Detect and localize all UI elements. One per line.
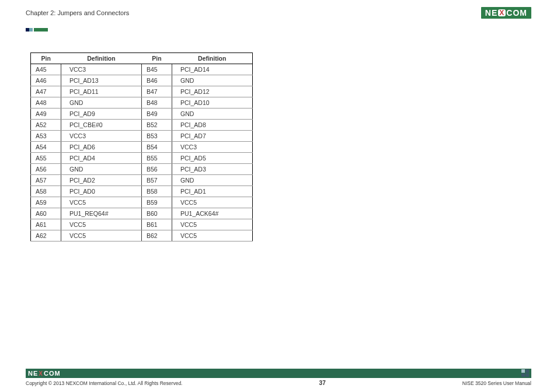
pin-cell: A58 (31, 186, 61, 197)
definition-cell: VCC3 (172, 142, 253, 153)
pin-definition-table: PinDefinitionPinDefinition A45VCC3B45PCI… (30, 52, 253, 242)
definition-cell: PCI_AD7 (172, 131, 253, 142)
definition-cell: VCC5 (61, 219, 142, 230)
definition-cell: PCI_AD12 (172, 86, 253, 97)
pin-cell: B59 (142, 197, 172, 208)
definition-cell: PU1_REQ64# (61, 208, 142, 219)
table-row: A53VCC3B53PCI_AD7 (31, 131, 253, 142)
footer-line: Copyright © 2013 NEXCOM International Co… (26, 380, 531, 386)
pin-cell: B45 (142, 64, 172, 75)
pin-cell: A48 (31, 97, 61, 108)
definition-cell: GND (172, 75, 253, 86)
footer-logo-right: COM (44, 370, 61, 377)
table-row: A57PCI_AD2B57GND (31, 175, 253, 186)
column-header-2: Pin (142, 53, 172, 64)
pin-cell: B52 (142, 120, 172, 131)
logo-part-x: X (498, 9, 506, 16)
pin-cell: A55 (31, 153, 61, 164)
definition-cell: PCI_CBE#0 (61, 120, 142, 131)
pin-cell: A60 (31, 208, 61, 219)
table-row: A55PCI_AD4B55PCI_AD5 (31, 153, 253, 164)
pin-cell: B49 (142, 108, 172, 120)
definition-cell: PU1_ACK64# (172, 208, 253, 219)
pin-cell: A54 (31, 142, 61, 153)
definition-cell: GND (172, 108, 253, 120)
definition-cell: GND (172, 175, 253, 186)
table-row: A56GNDB56PCI_AD3 (31, 164, 253, 175)
definition-cell: PCI_AD14 (172, 64, 253, 75)
page-content: PinDefinitionPinDefinition A45VCC3B45PCI… (30, 52, 527, 357)
definition-cell: GND (61, 164, 142, 175)
pin-cell: B57 (142, 175, 172, 186)
column-header-0: Pin (31, 53, 61, 64)
pin-cell: A61 (31, 219, 61, 230)
pin-cell: B54 (142, 142, 172, 153)
table-row: A59VCC5B59VCC5 (31, 197, 253, 208)
chapter-title: Chapter 2: Jumpers and Connectors (26, 9, 129, 16)
definition-cell: PCI_AD2 (61, 175, 142, 186)
pin-cell: A57 (31, 175, 61, 186)
table-row: A48GNDB48PCI_AD10 (31, 97, 253, 108)
pin-cell: B55 (142, 153, 172, 164)
footer-logo-x: X (39, 370, 43, 377)
footer-logo-left: NE (28, 370, 38, 377)
pin-cell: A52 (31, 120, 61, 131)
pin-cell: B48 (142, 97, 172, 108)
table-row: A60PU1_REQ64#B60PU1_ACK64# (31, 208, 253, 219)
definition-cell: VCC5 (172, 197, 253, 208)
definition-cell: PCI_AD4 (61, 153, 142, 164)
definition-cell: PCI_AD1 (172, 186, 253, 197)
definition-cell: PCI_AD9 (61, 108, 142, 120)
footer-logo: NE X COM (28, 370, 61, 377)
pin-cell: A47 (31, 86, 61, 97)
column-header-3: Definition (172, 53, 253, 64)
pin-cell: A45 (31, 64, 61, 75)
definition-cell: VCC5 (172, 219, 253, 230)
table-row: A49PCI_AD9B49GND (31, 108, 253, 120)
pin-cell: B60 (142, 208, 172, 219)
table-row: A62VCC5B62VCC5 (31, 230, 253, 242)
definition-cell: GND (61, 97, 142, 108)
definition-cell: VCC3 (61, 131, 142, 142)
definition-cell: PCI_AD5 (172, 153, 253, 164)
definition-cell: VCC5 (61, 230, 142, 242)
pin-cell: A46 (31, 75, 61, 86)
logo-part-right: COM (506, 8, 527, 18)
definition-cell: PCI_AD11 (61, 86, 142, 97)
definition-cell: PCI_AD6 (61, 142, 142, 153)
table-row: A47PCI_AD11B47PCI_AD12 (31, 86, 253, 97)
footer-band: NE X COM (26, 369, 531, 378)
nexcom-logo: NE X COM (481, 7, 531, 19)
copyright-text: Copyright © 2013 NEXCOM International Co… (26, 380, 182, 386)
definition-cell: VCC3 (61, 64, 142, 75)
logo-part-left: NE (485, 8, 497, 18)
definition-cell: PCI_AD8 (172, 120, 253, 131)
table-row: A46PCI_AD13B46GND (31, 75, 253, 86)
definition-cell: PCI_AD13 (61, 75, 142, 86)
definition-cell: VCC5 (61, 197, 142, 208)
page-number: 37 (319, 380, 326, 386)
pin-cell: A59 (31, 197, 61, 208)
definition-cell: PCI_AD10 (172, 97, 253, 108)
pin-cell: B61 (142, 219, 172, 230)
footer-squares-icon (521, 369, 529, 377)
pin-cell: B47 (142, 86, 172, 97)
pin-cell: A53 (31, 131, 61, 142)
table-row: A45VCC3B45PCI_AD14 (31, 64, 253, 75)
pin-cell: B46 (142, 75, 172, 86)
column-header-1: Definition (61, 53, 142, 64)
definition-cell: PCI_AD0 (61, 186, 142, 197)
pin-cell: B56 (142, 164, 172, 175)
manual-name: NISE 3520 Series User Manual (462, 380, 531, 386)
table-row: A52PCI_CBE#0B52PCI_AD8 (31, 120, 253, 131)
table-row: A61VCC5B61VCC5 (31, 219, 253, 230)
pin-cell: B62 (142, 230, 172, 242)
table-row: A58PCI_AD0B58PCI_AD1 (31, 186, 253, 197)
pin-cell: B58 (142, 186, 172, 197)
pin-cell: A62 (31, 230, 61, 242)
definition-cell: PCI_AD3 (172, 164, 253, 175)
table-row: A54PCI_AD6B54VCC3 (31, 142, 253, 153)
pin-cell: B53 (142, 131, 172, 142)
accent-bars-icon (26, 28, 48, 32)
pin-cell: A56 (31, 164, 61, 175)
